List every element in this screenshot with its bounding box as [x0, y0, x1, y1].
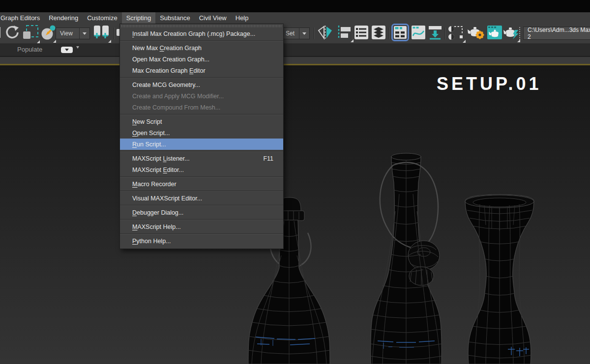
menubar-item-customize[interactable]: Customize: [83, 12, 121, 24]
reference-coordinate-dropdown[interactable]: View: [56, 28, 90, 39]
render-production-icon[interactable]: [503, 25, 520, 42]
menu-separator: [120, 77, 283, 78]
wireframe-carafe-right[interactable]: [465, 195, 534, 364]
named-selection-set-dropdown[interactable]: Set: [281, 28, 310, 39]
menubar-item-help[interactable]: Help: [231, 12, 253, 24]
viewport[interactable]: SETUP.01: [0, 65, 590, 364]
menu-item-label: Open Script...: [132, 130, 170, 137]
project-folder-field[interactable]: C:\Users\Adm...3ds Max 2: [523, 27, 590, 40]
rendered-frame-window-icon[interactable]: [487, 25, 502, 42]
menu-item-label: Create Compound From Mesh...: [132, 104, 220, 111]
scripting-menu-items: Install Max Creation Graph (.mcg) Packag…: [120, 28, 283, 247]
scripting-menu: Install Max Creation Graph (.mcg) Packag…: [119, 24, 284, 249]
menu-item-label: Run Script...: [132, 141, 166, 148]
select-and-move-icon[interactable]: [0, 26, 1, 41]
toolbar-separator: [388, 28, 389, 39]
pivot-point-center-icon[interactable]: [93, 25, 111, 42]
reference-coordinate-value: View: [56, 30, 79, 37]
named-selection-set-value: Set: [282, 30, 299, 37]
menu-separator: [120, 191, 283, 192]
menu-separator: [120, 176, 283, 177]
menu-item-label: Create and Apply MCG Modifier...: [132, 93, 224, 100]
ribbon-toggle-icon[interactable]: [391, 24, 409, 43]
menu-item-label: MAXScript Editor...: [132, 167, 184, 173]
menu-bottom-pad: [120, 247, 283, 249]
menu-item-label: Open Max Creation Graph...: [132, 56, 209, 63]
menu-item-macro-recorder[interactable]: Macro Recorder: [120, 178, 283, 190]
menu-item-new-max-creation-graph[interactable]: New Max Creation Graph: [120, 42, 283, 54]
menu-separator: [120, 205, 283, 206]
menu-item-label: MAXScript Listener...: [132, 155, 190, 162]
menu-item-label: Debugger Dialog...: [132, 209, 183, 216]
populate-row: Populate: [0, 44, 590, 56]
menubar-item-rendering[interactable]: Rendering: [44, 12, 83, 24]
material-editor-icon[interactable]: [447, 25, 465, 42]
menu-item-label: Install Max Creation Graph (.mcg) Packag…: [132, 30, 255, 37]
menu-item-label: New Script: [132, 118, 162, 125]
flyout-indicator: [37, 40, 40, 43]
toolbar-separator: [314, 28, 315, 39]
menu-separator: [120, 219, 283, 220]
menu-item-install-mcg-package[interactable]: Install Max Creation Graph (.mcg) Packag…: [120, 28, 283, 39]
toolbar-separator: [444, 28, 445, 39]
flyout-indicator: [351, 39, 354, 42]
menu-item-create-compound-from-mesh: Create Compound From Mesh...: [120, 102, 283, 113]
3dsmax-window: Graph EditorsRenderingCustomizeScripting…: [0, 0, 590, 364]
chevron-down-icon[interactable]: [79, 28, 89, 39]
menu-item-maxscript-editor[interactable]: MAXScript Editor...: [120, 164, 283, 175]
layer-explorer-icon[interactable]: [371, 25, 386, 42]
menu-item-debugger-dialog[interactable]: Debugger Dialog...: [120, 207, 283, 218]
menu-separator: [120, 114, 283, 115]
menubar: Graph EditorsRenderingCustomizeScripting…: [0, 12, 590, 24]
project-folder-path: C:\Users\Adm...3ds Max 2: [528, 27, 590, 40]
wireframe-scene: [0, 65, 590, 364]
title-strip: [0, 0, 590, 12]
toolbar-drag-separator: [519, 27, 521, 40]
select-and-rotate-icon[interactable]: [5, 25, 20, 42]
menu-item-max-creation-graph-editor[interactable]: Max Creation Graph Editor: [120, 65, 283, 76]
menu-separator: [120, 233, 283, 234]
minimize-ribbon-icon[interactable]: [428, 25, 442, 42]
menubar-item-graph-editors[interactable]: Graph Editors: [0, 12, 44, 24]
menubar-item-substance[interactable]: Substance: [155, 12, 194, 24]
menu-tearoff-grip[interactable]: [121, 25, 282, 28]
menu-item-label: Max Creation Graph Editor: [132, 67, 206, 74]
menu-item-visual-maxscript-editor[interactable]: Visual MAXScript Editor...: [120, 193, 283, 204]
flyout-indicator: [463, 40, 466, 43]
align-icon[interactable]: [336, 25, 353, 42]
toolbar-separator: [114, 28, 115, 39]
flyout-indicator: [108, 40, 111, 43]
render-setup-icon[interactable]: [467, 25, 485, 42]
menu-item-maxscript-help[interactable]: MAXScript Help...: [120, 221, 283, 232]
menubar-item-civil-view[interactable]: Civil View: [195, 12, 231, 24]
populate-flyout-icon[interactable]: [61, 47, 73, 53]
mirror-icon[interactable]: [317, 25, 334, 42]
selection-region-icon[interactable]: [22, 24, 39, 43]
menu-item-maxscript-listener[interactable]: MAXScript Listener...F11: [120, 153, 283, 164]
menu-item-create-and-apply-mcg-modifier: Create and Apply MCG Modifier...: [120, 90, 283, 102]
curve-editor-icon[interactable]: [411, 25, 426, 42]
scene-explorer-icon[interactable]: [354, 25, 369, 42]
toolbar-separator: [351, 28, 352, 39]
menu-item-open-max-creation-graph[interactable]: Open Max Creation Graph...: [120, 54, 283, 65]
menu-item-label: MAXScript Help...: [132, 224, 181, 230]
populate-label: Populate: [17, 46, 42, 53]
menu-item-run-script[interactable]: Run Script...: [120, 139, 283, 150]
main-toolbar: View Set: [0, 24, 590, 44]
menubar-item-scripting[interactable]: Scripting: [122, 12, 156, 24]
menu-item-label: Visual MAXScript Editor...: [132, 195, 202, 202]
menu-separator: [120, 151, 283, 152]
layout-strip: [0, 56, 590, 64]
menu-item-open-script[interactable]: Open Script...: [120, 127, 283, 139]
chevron-down-icon[interactable]: [299, 28, 309, 39]
flyout-indicator: [53, 40, 56, 43]
menu-item-create-mcg-geometry[interactable]: Create MCG Geometry...: [120, 79, 283, 90]
menu-item-new-script[interactable]: New Script: [120, 116, 283, 127]
wireframe-bottle-middle[interactable]: [371, 153, 442, 364]
chevron-down-icon[interactable]: [76, 49, 79, 56]
menu-item-python-help[interactable]: Python Help...: [120, 235, 283, 247]
select-and-place-icon[interactable]: [41, 25, 56, 42]
menu-item-label: Create MCG Geometry...: [132, 82, 200, 88]
menu-item-label: Macro Recorder: [132, 181, 177, 188]
menu-item-label: New Max Creation Graph: [132, 45, 202, 52]
